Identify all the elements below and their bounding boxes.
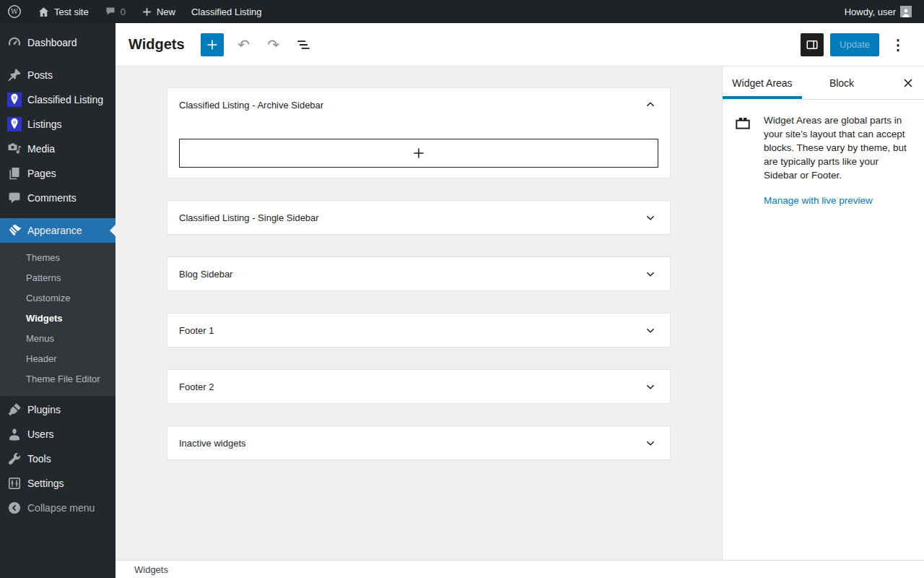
- panel-body: [167, 121, 670, 178]
- kebab-icon: ⋮: [891, 36, 905, 53]
- redo-icon: ↷: [267, 38, 279, 52]
- wordpress-menu-button[interactable]: W: [0, 0, 30, 23]
- sidebar-item-posts[interactable]: Posts: [0, 63, 116, 87]
- sidebar-item-label: Plugins: [27, 404, 61, 415]
- sidebar-item-label: Classified Listing: [27, 94, 103, 105]
- sidebar-item-tools[interactable]: Tools: [0, 447, 116, 471]
- wrench-icon: [7, 452, 22, 466]
- admin-bar-right: Howdy, user: [837, 0, 924, 23]
- sidebar-item-pages[interactable]: Pages: [0, 161, 116, 186]
- classified-listing-toolbar-menu[interactable]: Classified Listing: [183, 0, 270, 23]
- sidebar-item-label: Comments: [27, 192, 77, 204]
- submenu-item-customize[interactable]: Customize: [0, 288, 116, 309]
- update-button[interactable]: Update: [830, 33, 879, 56]
- drawer-right-icon: [805, 38, 819, 52]
- widget-area-panel-footer-2: Footer 2: [167, 369, 671, 404]
- sidebar-item-settings[interactable]: Settings: [0, 471, 116, 496]
- dashboard-icon: [7, 35, 22, 50]
- manage-with-live-preview-link[interactable]: Manage with live preview: [764, 195, 873, 206]
- comment-bubble-icon: [105, 6, 116, 17]
- sidebar-item-classified-listing[interactable]: @ Classified Listing: [0, 87, 116, 112]
- sidebar-item-plugins[interactable]: Plugins: [0, 397, 116, 422]
- plugin-icon: [7, 402, 22, 417]
- redo-button[interactable]: ↷: [264, 35, 283, 54]
- sidebar-item-comments[interactable]: Comments: [0, 186, 116, 210]
- tab-label: Block: [829, 77, 854, 89]
- plus-icon: [141, 7, 152, 17]
- undo-button[interactable]: ↶: [235, 35, 253, 54]
- widget-area-panel-blog-sidebar: Blog Sidebar: [167, 256, 671, 291]
- site-name-label: Test site: [54, 7, 89, 17]
- pages-icon: [7, 166, 22, 181]
- collapse-arrow-icon: [7, 501, 22, 515]
- sidebar-item-media[interactable]: Media: [0, 137, 116, 161]
- svg-text:@: @: [13, 119, 16, 124]
- panel-header[interactable]: Classified Listing - Archive Sidebar: [167, 88, 670, 121]
- account-menu[interactable]: Howdy, user: [837, 0, 920, 23]
- media-icon: [7, 142, 22, 156]
- submenu-item-theme-file-editor[interactable]: Theme File Editor: [0, 369, 116, 389]
- list-view-button[interactable]: [294, 35, 313, 54]
- sidebar-item-label: Settings: [27, 478, 64, 489]
- widget-areas-canvas: Classified Listing - Archive Sidebar Cla…: [116, 66, 722, 560]
- widget-area-panel-archive-sidebar: Classified Listing - Archive Sidebar: [167, 87, 671, 178]
- chevron-down-icon: [642, 435, 658, 451]
- home-icon: [38, 6, 50, 18]
- sidebar-item-label: Dashboard: [27, 37, 77, 48]
- block-inserter-button[interactable]: [201, 33, 224, 56]
- sidebar-item-label: Users: [27, 428, 54, 440]
- undo-icon: ↶: [237, 38, 250, 52]
- panel-header[interactable]: Inactive widgets: [167, 426, 670, 460]
- sidebar-item-users[interactable]: Users: [0, 422, 116, 447]
- active-tab-underline: [723, 96, 802, 99]
- block-appender-button[interactable]: [179, 139, 658, 168]
- submenu-item-patterns[interactable]: Patterns: [0, 268, 116, 288]
- widget-area-panel-footer-1: Footer 1: [167, 313, 671, 348]
- comments-menu[interactable]: 0: [97, 0, 134, 23]
- chevron-down-icon: [642, 266, 658, 282]
- submenu-item-widgets[interactable]: Widgets: [0, 309, 116, 329]
- sidebar-item-dashboard[interactable]: Dashboard: [0, 30, 116, 55]
- panel-header[interactable]: Footer 2: [167, 370, 670, 403]
- paintbrush-icon: [7, 223, 22, 238]
- tab-widget-areas[interactable]: Widget Areas: [723, 66, 802, 99]
- submenu-item-header[interactable]: Header: [0, 349, 116, 369]
- options-menu-button[interactable]: ⋮: [889, 36, 907, 53]
- howdy-label: Howdy, user: [845, 7, 896, 17]
- editor-header-right: Update ⋮: [801, 33, 907, 56]
- new-content-menu[interactable]: New: [134, 0, 183, 23]
- panel-header[interactable]: Footer 1: [167, 314, 670, 347]
- sidebar-item-label: Listings: [27, 118, 61, 130]
- site-name-menu[interactable]: Test site: [30, 0, 97, 23]
- list-view-icon: [295, 37, 311, 53]
- submenu-item-themes[interactable]: Themes: [0, 248, 116, 268]
- manage-link-row: Manage with live preview: [723, 182, 924, 207]
- settings-sidebar-toggle-button[interactable]: [801, 33, 824, 56]
- sidebar-item-listings[interactable]: @ Listings: [0, 112, 116, 137]
- chevron-up-icon: [642, 97, 658, 113]
- sidebar-item-appearance[interactable]: Appearance: [0, 218, 116, 243]
- sidebar-item-label: Media: [27, 143, 55, 155]
- current-menu-arrow: [104, 225, 116, 236]
- footer-breadcrumb-bar: Widgets: [116, 560, 924, 578]
- panel-title: Classified Listing - Archive Sidebar: [179, 100, 323, 111]
- close-sidebar-button[interactable]: [892, 66, 924, 99]
- wordpress-logo-icon: W: [7, 4, 22, 19]
- settings-sidebar: Widget Areas Block Widget Areas are glob…: [722, 66, 924, 560]
- chevron-down-icon: [642, 210, 658, 225]
- classified-listing-toolbar-label: Classified Listing: [191, 7, 262, 17]
- tab-block[interactable]: Block: [802, 66, 881, 99]
- panel-title: Blog Sidebar: [179, 269, 232, 280]
- comments-count: 0: [121, 7, 126, 17]
- new-label: New: [157, 7, 175, 17]
- listings-icon: @: [7, 117, 22, 131]
- tab-label: Widget Areas: [732, 77, 792, 89]
- block-appender-plus-icon: [411, 145, 427, 161]
- panel-header[interactable]: Classified Listing - Single Sidebar: [167, 201, 670, 234]
- panel-header[interactable]: Blog Sidebar: [167, 257, 670, 290]
- submenu-item-menus[interactable]: Menus: [0, 329, 116, 349]
- widget-areas-list: Classified Listing - Archive Sidebar Cla…: [167, 87, 671, 460]
- chevron-down-icon: [642, 322, 658, 338]
- svg-text:W: W: [11, 7, 18, 15]
- collapse-menu-button[interactable]: Collapse menu: [0, 496, 116, 520]
